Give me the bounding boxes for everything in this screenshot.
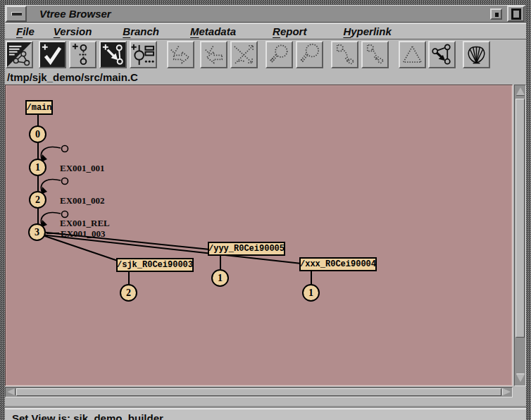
menu-branch-rest: ranch <box>130 25 159 37</box>
version-number: 1 <box>218 273 223 284</box>
toolbar <box>5 39 526 70</box>
branch-box-main[interactable]: /main <box>25 100 53 115</box>
vertical-scrollbar[interactable] <box>514 85 526 386</box>
branch-label-sjk: /sjk_R0Cei90003 <box>117 260 193 270</box>
branch-create-icon <box>101 42 125 67</box>
window-frame: Vtree Browser File Version Branch Metada… <box>0 0 531 420</box>
vertical-scroll-thumb[interactable] <box>516 99 525 338</box>
shell-button[interactable] <box>463 41 490 68</box>
checkout-icon <box>40 42 65 67</box>
menu-hyperlink-rest: yperlink <box>351 25 392 37</box>
vtree-file-icon <box>7 42 32 67</box>
branch-label-yyy: /yyy_R0Cei90005 <box>208 244 285 254</box>
version-node-main-0[interactable]: 0 <box>29 125 46 143</box>
menu-hyperlink-mnemonic: H <box>343 25 351 37</box>
scroll-left-button[interactable] <box>7 388 15 395</box>
zoom-out-button[interactable] <box>296 41 323 68</box>
version-node-main-2[interactable]: 2 <box>29 191 46 209</box>
scroll-up-button[interactable] <box>516 87 525 95</box>
window-menu-dash-icon <box>11 12 22 16</box>
horizontal-scroll-thumb[interactable] <box>16 388 501 396</box>
cancel-merge-button[interactable] <box>230 41 258 68</box>
menu-report-mnemonic: R <box>273 25 280 37</box>
menu-report-rest: eport <box>280 25 307 37</box>
merge-graph-icon <box>430 42 454 67</box>
minimize-button[interactable] <box>490 8 502 20</box>
metadata-list-icon <box>131 42 156 67</box>
menu-report[interactable]: Report <box>268 24 311 39</box>
version-number: 2 <box>35 194 40 206</box>
shell-icon <box>464 42 489 67</box>
version-number: 1 <box>35 162 40 173</box>
triangle-view-button[interactable] <box>399 41 426 68</box>
maximize-icon <box>511 8 521 20</box>
annotation-ex001-002[interactable]: EX001_002 <box>60 195 105 206</box>
menu-branch[interactable]: Branch <box>118 24 163 39</box>
menu-file[interactable]: File <box>12 24 39 39</box>
diff-branch-icon <box>363 42 387 67</box>
branch-create-button[interactable] <box>99 41 127 68</box>
path-row: /tmp/sjk_demo/src/main.C <box>5 70 526 85</box>
apply-changes-left-button[interactable] <box>200 41 227 68</box>
zoom-in-button[interactable] <box>266 41 293 68</box>
menu-bar: File Version Branch Metadata Report Hype… <box>5 23 526 39</box>
checkout-button[interactable] <box>39 41 66 68</box>
menu-file-mnemonic: F <box>16 25 23 37</box>
zoom-in-icon <box>267 42 292 67</box>
scrolled-window: /main 0 1 2 3 EX001_001 EX001_002 EX001_… <box>5 85 526 408</box>
version-node-yyy[interactable]: 1 <box>211 269 229 287</box>
vtree-canvas[interactable]: /main 0 1 2 3 EX001_001 EX001_002 EX001_… <box>5 85 513 386</box>
version-number: 1 <box>308 288 313 299</box>
vtree-browser-window: Vtree Browser File Version Branch Metada… <box>5 5 526 416</box>
metadata-list-button[interactable] <box>130 41 157 68</box>
cancel-merge-icon <box>232 42 256 67</box>
menu-metadata[interactable]: Metadata <box>186 24 240 39</box>
minimize-icon <box>494 11 499 17</box>
element-path-label: /tmp/sjk_demo/src/main.C <box>5 71 138 83</box>
status-bar: Set View is: sjk_demo_builder <box>5 408 526 420</box>
zoom-out-icon <box>297 42 322 67</box>
merge-graph-button[interactable] <box>428 41 456 68</box>
apply-changes-right-icon <box>168 42 193 67</box>
diff-version-button[interactable] <box>331 41 358 68</box>
annotation-ex001-rel[interactable]: EX001_REL <box>60 218 110 229</box>
checkin-button[interactable] <box>69 41 96 68</box>
apply-changes-left-icon <box>201 42 226 67</box>
apply-changes-right-button[interactable] <box>167 41 194 68</box>
version-number: 0 <box>35 129 40 140</box>
branch-label-main: /main <box>27 103 52 113</box>
window-title: Vtree Browser <box>27 8 490 20</box>
version-node-main-3[interactable]: 3 <box>28 223 46 241</box>
menu-hyperlink[interactable]: Hyperlink <box>339 24 395 39</box>
version-node-main-1[interactable]: 1 <box>29 159 46 176</box>
checkin-icon <box>70 42 95 67</box>
diff-version-icon <box>332 42 357 67</box>
scroll-right-button[interactable] <box>503 388 511 395</box>
maximize-button[interactable] <box>507 6 525 22</box>
vtree-file-button[interactable] <box>6 41 33 68</box>
version-node-sjk[interactable]: 2 <box>120 284 137 302</box>
menu-file-rest: ile <box>23 25 35 37</box>
annotation-ex001-003[interactable]: EX001_003 <box>61 228 106 240</box>
menu-version-mnemonic: V <box>54 25 60 37</box>
menu-branch-mnemonic: B <box>123 25 130 37</box>
menu-metadata-mnemonic: M <box>190 25 199 37</box>
branch-box-yyy[interactable]: /yyy_R0Cei90005 <box>208 242 285 256</box>
menu-metadata-rest: etadata <box>199 25 237 37</box>
version-number: 2 <box>126 288 131 299</box>
menu-version-rest: ersion <box>60 25 92 37</box>
triangle-view-icon <box>400 42 425 67</box>
version-number: 3 <box>35 227 39 238</box>
branch-box-sjk[interactable]: /sjk_R0Cei90003 <box>116 258 194 272</box>
version-node-xxx[interactable]: 1 <box>302 284 320 302</box>
status-message: Set View is: sjk_demo_builder <box>5 412 163 420</box>
diff-branch-button[interactable] <box>361 41 389 68</box>
horizontal-scrollbar[interactable] <box>5 387 513 397</box>
menu-version[interactable]: Version <box>49 24 96 39</box>
branch-label-xxx: /xxx_R0Cei90004 <box>300 259 376 269</box>
title-bar[interactable]: Vtree Browser <box>5 5 526 23</box>
branch-box-xxx[interactable]: /xxx_R0Cei90004 <box>299 257 377 271</box>
window-menu-button[interactable] <box>6 6 27 22</box>
scroll-down-button[interactable] <box>516 374 525 382</box>
annotation-ex001-001[interactable]: EX001_001 <box>60 163 105 174</box>
